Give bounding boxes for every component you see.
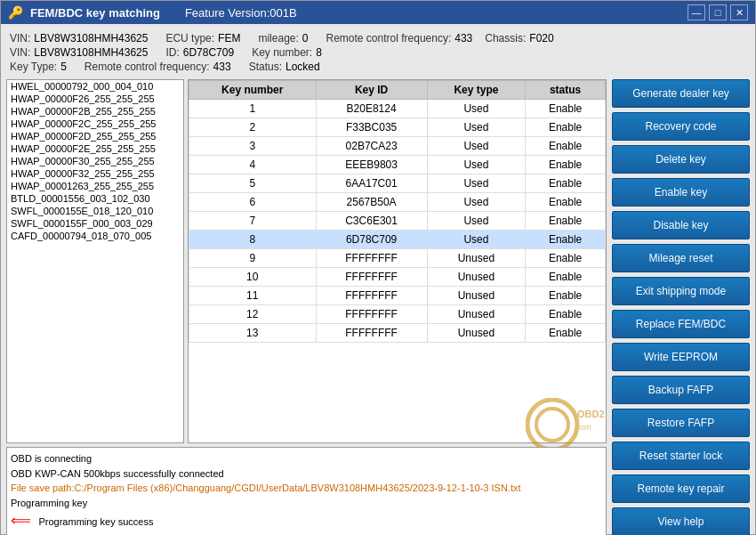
table-body: 1B20E8124UsedEnable2F33BC035UsedEnable30… (189, 100, 606, 343)
file-list-item[interactable]: HWAP_00000F26_255_255_255 (7, 93, 183, 105)
file-list-item[interactable]: HWEL_00000792_000_004_010 (7, 80, 183, 93)
cell-key_number: 12 (189, 305, 317, 324)
file-list-item[interactable]: SWFL_0000155F_000_003_029 (7, 217, 183, 230)
view-help-button[interactable]: View help (612, 507, 750, 535)
file-list-item[interactable]: HWAP_00000F32_255_255_255 (7, 167, 183, 180)
backup-fafp-button[interactable]: Backup FAFP (612, 376, 750, 404)
log-line: File save path:C:/Program Files (x86)/Ch… (11, 481, 602, 496)
feature-version: Feature Version:001B (185, 6, 297, 20)
ecu-value: FEM (218, 32, 240, 45)
cell-key_type: Used (427, 118, 526, 137)
table-row[interactable]: 302B7CA23UsedEnable (189, 137, 606, 156)
cell-key_type: Unused (427, 268, 526, 287)
write-eeprom-button[interactable]: Write EEPROM (612, 343, 750, 371)
header-row: Key number Key ID Key type status (189, 81, 606, 100)
ecu-info: ECU type: FEM (165, 32, 240, 45)
status-info: Status: Locked (249, 61, 320, 73)
remote-freq2-label: Remote control frequency: (84, 61, 210, 73)
cell-key_id: 02B7CA23 (316, 137, 427, 156)
cell-key_id: F33BC035 (316, 118, 427, 137)
file-list-item[interactable]: HWAP_00000F2E_255_255_255 (7, 142, 183, 155)
file-list-item[interactable]: HWAP_00000F2C_255_255_255 (7, 118, 183, 130)
table-row[interactable]: 9FFFFFFFFUnusedEnable (189, 249, 606, 268)
maximize-button[interactable]: □ (709, 4, 727, 20)
cell-key_type: Used (427, 231, 526, 249)
delete-key-button[interactable]: Delete key (612, 145, 750, 174)
cell-key_id: FFFFFFFF (316, 287, 427, 305)
file-list-item[interactable]: HWAP_00000F2B_255_255_255 (7, 105, 183, 118)
cell-key_number: 11 (189, 287, 317, 305)
file-list-item[interactable]: HWAP_00000F2D_255_255_255 (7, 130, 183, 142)
main-area: HWEL_00000792_000_004_010HWAP_00000F26_2… (6, 79, 750, 535)
cell-key_id: 6D78C709 (316, 231, 427, 249)
remote-freq-info: Remote control frequency: 433 Chassis: F… (326, 32, 554, 45)
generate-dealer-key-button[interactable]: Generate dealer key (612, 79, 750, 108)
title-bar-left: 🔑 FEM/BDC key matching Feature Version:0… (8, 5, 297, 20)
arrow-icon: ⟸ (11, 513, 35, 528)
title-bar-controls: — □ ✕ (688, 4, 748, 20)
title-bar: 🔑 FEM/BDC key matching Feature Version:0… (1, 1, 755, 24)
enable-key-button[interactable]: Enable key (612, 178, 750, 207)
cell-key_type: Used (427, 156, 526, 174)
cell-key_number: 4 (189, 156, 317, 174)
mileage-label: mileage: (258, 32, 298, 45)
table-row[interactable]: 7C3C6E301UsedEnable (189, 212, 606, 231)
table-row[interactable]: 1B20E8124UsedEnable (189, 100, 606, 118)
file-list-item[interactable]: HWAP_00001263_255_255_255 (7, 180, 183, 192)
cell-key_number: 1 (189, 100, 317, 118)
cell-key_type: Unused (427, 324, 526, 343)
vin-value: LBV8W3108HMH43625 (34, 32, 148, 45)
table-row[interactable]: 13FFFFFFFFUnusedEnable (189, 324, 606, 343)
replace-fem-bdc-button[interactable]: Replace FEM/BDC (612, 310, 750, 338)
table-row[interactable]: 12FFFFFFFFUnusedEnable (189, 305, 606, 324)
exit-shipping-mode-button[interactable]: Exit shipping mode (612, 277, 750, 305)
info-row-2: VIN: LBV8W3108HMH43625 ID: 6D78C709 Key … (6, 45, 750, 60)
cell-key_type: Unused (427, 287, 526, 305)
ecu-label: ECU type: (165, 32, 214, 45)
cell-status: Enable (526, 174, 606, 193)
table-row[interactable]: 11FFFFFFFFUnusedEnable (189, 287, 606, 305)
table-row[interactable]: 56AA17C01UsedEnable (189, 174, 606, 193)
main-window: 🔑 FEM/BDC key matching Feature Version:0… (0, 0, 756, 535)
cell-key_number: 5 (189, 174, 317, 193)
cell-key_number: 10 (189, 268, 317, 287)
cell-status: Enable (526, 324, 606, 343)
close-button[interactable]: ✕ (730, 4, 748, 20)
file-list-item[interactable]: SWFL_0000155E_018_120_010 (7, 205, 183, 217)
col-status: status (526, 81, 606, 100)
cell-status: Enable (526, 231, 606, 249)
file-list[interactable]: HWEL_00000792_000_004_010HWAP_00000F26_2… (6, 79, 184, 443)
mileage-reset-button[interactable]: Mileage reset (612, 244, 750, 272)
chassis-label: Chassis: (485, 32, 526, 45)
col-key-type: Key type (427, 81, 526, 100)
log-area: OBD is connectingOBD KWP-CAN 500kbps suc… (6, 447, 607, 535)
reset-starter-lock-button[interactable]: Reset starter lock (612, 442, 750, 470)
cell-key_number: 9 (189, 249, 317, 268)
restore-fafp-button[interactable]: Restore FAFP (612, 409, 750, 437)
recovery-code-button[interactable]: Recovery code (612, 112, 750, 141)
remote-key-repair-button[interactable]: Remote key repair (612, 474, 750, 503)
cell-status: Enable (526, 305, 606, 324)
table-scroll[interactable]: Key number Key ID Key type status 1B20E8… (189, 80, 606, 442)
file-list-item[interactable]: CAFD_00000794_018_070_005 (7, 230, 183, 242)
table-row[interactable]: 62567B50AUsedEnable (189, 193, 606, 212)
col-key-id: Key ID (316, 81, 427, 100)
table-row[interactable]: 2F33BC035UsedEnable (189, 118, 606, 137)
table-row[interactable]: 10FFFFFFFFUnusedEnable (189, 268, 606, 287)
window-title: FEM/BDC key matching (30, 6, 160, 20)
cell-status: Enable (526, 100, 606, 118)
file-list-item[interactable]: BTLD_00001556_003_102_030 (7, 192, 183, 205)
cell-status: Enable (526, 137, 606, 156)
mileage-value: 0 (302, 32, 309, 45)
disable-key-button[interactable]: Disable key (612, 211, 750, 239)
table-row[interactable]: 86D78C709UsedEnable (189, 231, 606, 249)
table-header: Key number Key ID Key type status (189, 81, 606, 100)
minimize-button[interactable]: — (688, 4, 705, 20)
key-number-label: Key number: (252, 46, 312, 59)
table-row[interactable]: 4EEEB9803UsedEnable (189, 156, 606, 174)
key-number-info: Key number: 8 (252, 46, 322, 59)
remote-freq2-value: 433 (213, 61, 231, 73)
content-area: VIN: LBV8W3108HMH43625 ECU type: FEM mil… (1, 24, 755, 535)
file-list-item[interactable]: HWAP_00000F30_255_255_255 (7, 155, 183, 167)
col-key-number: Key number (189, 81, 317, 100)
